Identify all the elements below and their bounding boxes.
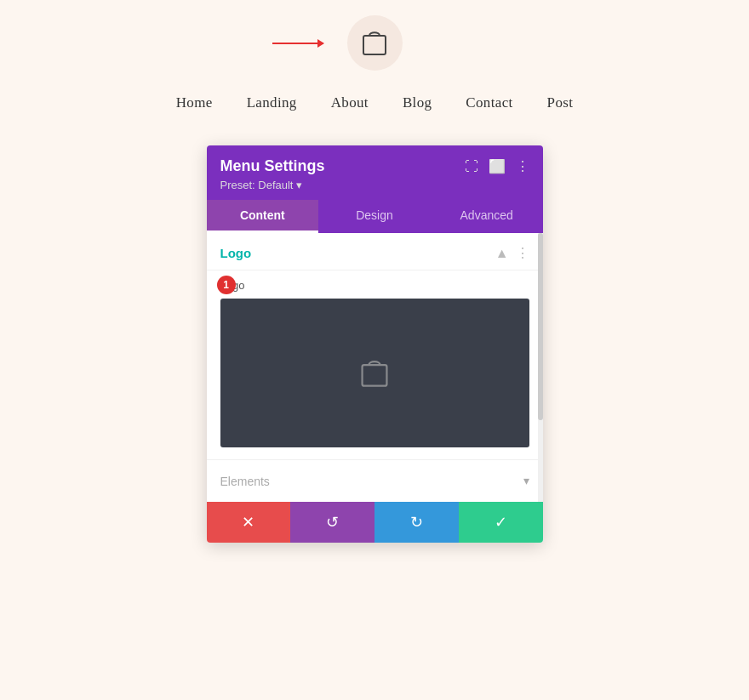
bag-icon bbox=[361, 26, 388, 60]
logo-section-title: Logo bbox=[220, 246, 252, 260]
panel-header-top: Menu Settings ⛶ ⬜ ⋮ bbox=[220, 157, 529, 175]
top-area: Home Landing About Blog Contact Post bbox=[0, 0, 749, 137]
nav-item-about[interactable]: About bbox=[331, 94, 369, 111]
svg-rect-0 bbox=[363, 36, 386, 54]
elements-label: Elements bbox=[220, 475, 270, 488]
redo-button[interactable]: ↻ bbox=[374, 502, 459, 543]
more-options-icon[interactable]: ⋮ bbox=[516, 158, 529, 174]
tab-design[interactable]: Design bbox=[318, 200, 431, 233]
tabs-row: Content Design Advanced bbox=[207, 200, 543, 233]
logo-field-label: Logo bbox=[220, 279, 529, 292]
logo-preview-area[interactable] bbox=[220, 299, 529, 447]
tab-content[interactable]: Content bbox=[207, 200, 319, 233]
nav-item-contact[interactable]: Contact bbox=[466, 94, 512, 111]
panel-header: Menu Settings ⛶ ⬜ ⋮ Preset: Default ▾ bbox=[207, 145, 543, 200]
nav-item-home[interactable]: Home bbox=[176, 94, 213, 111]
svg-rect-1 bbox=[363, 365, 387, 385]
nav-item-landing[interactable]: Landing bbox=[247, 94, 297, 111]
logo-preview-bag-icon bbox=[359, 355, 390, 392]
nav-item-blog[interactable]: Blog bbox=[403, 94, 432, 111]
panel-area: Menu Settings ⛶ ⬜ ⋮ Preset: Default ▾ Co… bbox=[0, 145, 749, 543]
scrollbar-track[interactable] bbox=[538, 233, 543, 502]
site-logo-circle bbox=[347, 15, 403, 71]
undo-button[interactable]: ↺ bbox=[290, 502, 374, 543]
arrow-logo-row bbox=[0, 15, 749, 71]
panel-body-inner: Logo ▲ ⋮ 1 Logo bbox=[207, 233, 543, 502]
logo-content-area: 1 Logo bbox=[207, 270, 543, 459]
scrollbar-thumb[interactable] bbox=[538, 233, 543, 420]
bottom-toolbar: ✕ ↺ ↻ ✓ bbox=[207, 502, 543, 543]
arrow-line bbox=[272, 43, 323, 44]
collapse-icon[interactable]: ▲ bbox=[495, 246, 509, 261]
split-view-icon[interactable]: ⬜ bbox=[489, 158, 506, 174]
settings-panel: Menu Settings ⛶ ⬜ ⋮ Preset: Default ▾ Co… bbox=[207, 145, 543, 543]
fullscreen-icon[interactable]: ⛶ bbox=[465, 159, 478, 174]
elements-section[interactable]: Elements ▾ bbox=[207, 459, 543, 502]
red-arrow-indicator bbox=[272, 43, 323, 44]
logo-section-header: Logo ▲ ⋮ bbox=[207, 233, 543, 270]
nav-bar: Home Landing About Blog Contact Post bbox=[176, 79, 574, 137]
save-button[interactable]: ✓ bbox=[459, 502, 543, 543]
panel-header-icons: ⛶ ⬜ ⋮ bbox=[465, 158, 529, 174]
preset-label[interactable]: Preset: Default ▾ bbox=[220, 179, 529, 191]
elements-chevron-icon: ▾ bbox=[523, 474, 529, 488]
panel-body: Logo ▲ ⋮ 1 Logo bbox=[207, 233, 543, 502]
panel-title: Menu Settings bbox=[220, 157, 325, 175]
badge-1: 1 bbox=[217, 276, 236, 294]
cancel-button[interactable]: ✕ bbox=[207, 502, 291, 543]
nav-item-post[interactable]: Post bbox=[547, 94, 574, 111]
section-more-icon[interactable]: ⋮ bbox=[516, 245, 529, 261]
tab-advanced[interactable]: Advanced bbox=[431, 200, 543, 233]
section-icons: ▲ ⋮ bbox=[495, 245, 529, 261]
